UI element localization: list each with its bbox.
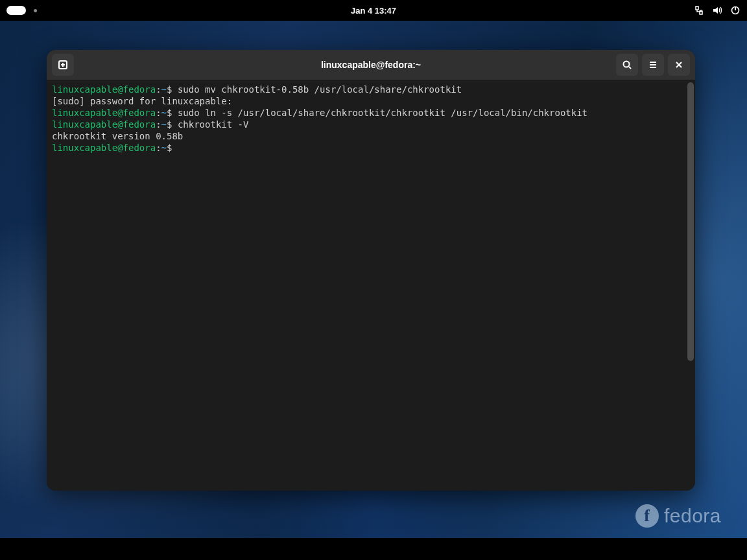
terminal-line: linuxcapable@fedora:~$ chkrootkit -V <box>52 119 690 130</box>
terminal-line: linuxcapable@fedora:~$ sudo mv chkrootki… <box>52 84 690 95</box>
clock[interactable]: Jan 4 13:47 <box>351 6 396 16</box>
volume-icon <box>712 5 722 16</box>
terminal-body[interactable]: linuxcapable@fedora:~$ sudo mv chkrootki… <box>47 80 695 491</box>
window-title: linuxcapable@fedora:~ <box>321 60 421 70</box>
new-tab-button[interactable] <box>52 54 74 76</box>
close-icon <box>674 60 684 70</box>
activities-dot-icon <box>34 9 37 12</box>
bottom-strip <box>0 538 747 560</box>
window-titlebar[interactable]: linuxcapable@fedora:~ <box>47 50 695 80</box>
search-button[interactable] <box>616 54 638 76</box>
terminal-line: linuxcapable@fedora:~$ <box>52 142 690 154</box>
power-icon <box>730 5 741 16</box>
terminal-window: linuxcapable@fedora:~ linuxcapable@fedor… <box>47 50 695 491</box>
terminal-line: [sudo] password for linuxcapable: <box>52 95 690 107</box>
fedora-watermark: f fedora <box>635 504 721 528</box>
activities-pill-icon <box>6 6 26 15</box>
search-icon <box>622 60 632 70</box>
fedora-watermark-text: fedora <box>664 505 721 527</box>
svg-point-5 <box>624 62 630 67</box>
hamburger-icon <box>648 60 658 70</box>
system-tray[interactable] <box>694 5 741 16</box>
menu-button[interactable] <box>642 54 664 76</box>
terminal-line: linuxcapable@fedora:~$ sudo ln -s /usr/l… <box>52 107 690 119</box>
terminal-line: chkrootkit version 0.58b <box>52 130 690 142</box>
scrollbar-thumb[interactable] <box>687 82 694 361</box>
activities-button[interactable] <box>6 6 37 15</box>
close-button[interactable] <box>668 54 690 76</box>
svg-line-6 <box>629 67 631 69</box>
fedora-logo-icon: f <box>635 504 659 528</box>
plus-icon <box>58 60 68 70</box>
network-icon <box>694 5 704 16</box>
gnome-topbar: Jan 4 13:47 <box>0 0 747 21</box>
